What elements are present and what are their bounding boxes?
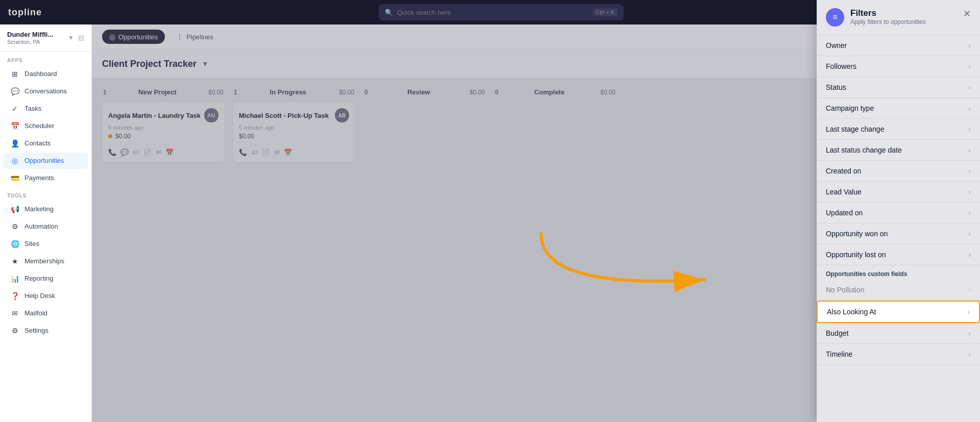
conversations-icon: 💬	[10, 87, 19, 95]
search-icon: 🔍	[385, 9, 393, 16]
filter-item-label-last-stage-change: Last stage change	[826, 125, 884, 133]
sidebar-item-label: Contacts	[24, 139, 51, 147]
filter-item-budget[interactable]: Budget ›	[817, 323, 980, 344]
help-desk-icon: ❓	[10, 292, 19, 300]
filter-item-created-on[interactable]: Created on ›	[817, 161, 980, 182]
sidebar-item-label: Reporting	[24, 275, 53, 282]
workspace-selector[interactable]: Dunder Miffli... Scranton, PA ▼ ⊟	[0, 24, 91, 52]
filter-item-also-looking-at[interactable]: Also Looking At ›	[817, 301, 980, 323]
marketing-icon: 📢	[10, 205, 19, 213]
automation-icon: ⚙	[10, 222, 19, 231]
chevron-down-icon: ▼	[68, 34, 74, 41]
sidebar-item-label: Scheduler	[24, 122, 55, 130]
sidebar-item-reporting[interactable]: 📊 Reporting	[3, 270, 88, 287]
filter-panel-title: Filters	[850, 8, 925, 18]
filter-icon: ≡	[832, 13, 837, 22]
chevron-right-icon-status: ›	[968, 83, 971, 91]
sidebar-item-settings[interactable]: ⚙ Settings	[3, 322, 88, 339]
contacts-icon: 👤	[10, 139, 19, 147]
custom-fields-section-label: Opportunities custom fields	[817, 265, 980, 280]
filter-item-last-status-change-date[interactable]: Last status change date ›	[817, 140, 980, 161]
filter-item-label-status: Status	[826, 83, 846, 91]
chevron-right-icon-last-status-change-date: ›	[968, 146, 971, 154]
opportunities-icon: ◎	[10, 157, 19, 165]
sidebar-item-dashboard[interactable]: ⊞ Dashboard	[3, 66, 88, 82]
filter-item-updated-on[interactable]: Updated on ›	[817, 203, 980, 224]
filter-item-label-updated-on: Updated on	[826, 209, 863, 217]
sidebar-item-scheduler[interactable]: 📅 Scheduler	[3, 118, 88, 134]
chevron-right-icon-lead-value: ›	[968, 188, 971, 196]
filter-item-label-owner: Owner	[826, 41, 847, 49]
tasks-icon: ✓	[10, 105, 19, 113]
settings-icon: ⚙	[10, 327, 19, 335]
sidebar-item-label: Mailfold	[24, 309, 47, 317]
filter-icon-circle: ≡	[826, 8, 844, 27]
workspace-location: Scranton, PA	[7, 39, 64, 45]
search-shortcut: Ctrl + K	[593, 8, 618, 16]
sidebar-item-tasks[interactable]: ✓ Tasks	[3, 101, 88, 117]
filter-item-timeline[interactable]: Timeline ›	[817, 344, 980, 365]
search-input[interactable]	[397, 9, 589, 16]
filter-item-label-opportunity-lost-on: Opportunity lost on	[826, 251, 886, 259]
dashboard-icon: ⊞	[10, 70, 19, 78]
sidebar-item-contacts[interactable]: 👤 Contacts	[3, 135, 88, 152]
layout-icon[interactable]: ⊟	[78, 34, 84, 42]
filter-item-owner[interactable]: Owner ›	[817, 35, 980, 56]
chevron-right-icon-created-on: ›	[968, 167, 971, 175]
sidebar-item-label: Conversations	[24, 87, 67, 95]
sidebar-item-label: Marketing	[24, 205, 54, 213]
filter-item-opportunity-won-on[interactable]: Opportunity won on ›	[817, 224, 980, 244]
filter-panel-header: ≡ Filters Apply filters to opportunities…	[817, 0, 980, 35]
sidebar-item-conversations[interactable]: 💬 Conversations	[3, 83, 88, 100]
filter-item-label-last-status-change-date: Last status change date	[826, 146, 902, 154]
sidebar-item-opportunities[interactable]: ◎ Opportunities	[3, 153, 88, 169]
sites-icon: 🌐	[10, 240, 19, 248]
app-logo: topline	[8, 7, 42, 18]
filter-item-label-also-looking-at: Also Looking At	[827, 308, 876, 316]
reporting-icon: 📊	[10, 275, 19, 283]
payments-icon: 💳	[10, 174, 19, 182]
filter-item-label-timeline: Timeline	[826, 350, 852, 358]
sidebar-item-payments[interactable]: 💳 Payments	[3, 170, 88, 186]
sidebar-item-help-desk[interactable]: ❓ Help Desk	[3, 288, 88, 304]
filter-item-last-stage-change[interactable]: Last stage change ›	[817, 119, 980, 140]
tools-section-label: Tools	[0, 187, 91, 201]
apps-section-label: Apps	[0, 52, 91, 65]
memberships-icon: ★	[10, 257, 19, 265]
chevron-right-icon-followers: ›	[968, 62, 971, 70]
sidebar-item-automation[interactable]: ⚙ Automation	[3, 218, 88, 235]
filter-item-followers[interactable]: Followers ›	[817, 56, 980, 77]
filter-item-campaign-type[interactable]: Campaign type ›	[817, 98, 980, 119]
filter-item-label-lead-value: Lead Value	[826, 188, 862, 196]
filter-panel: ≡ Filters Apply filters to opportunities…	[817, 0, 980, 422]
filter-item-status[interactable]: Status ›	[817, 77, 980, 98]
filter-close-button[interactable]: ✕	[963, 8, 971, 19]
scheduler-icon: 📅	[10, 122, 19, 130]
sidebar-item-marketing[interactable]: 📢 Marketing	[3, 201, 88, 217]
sidebar-item-sites[interactable]: 🌐 Sites	[3, 236, 88, 252]
filter-item-label-created-on: Created on	[826, 167, 861, 175]
global-search-bar[interactable]: 🔍 Ctrl + K	[379, 4, 624, 20]
filter-item-opportunity-lost-on[interactable]: Opportunity lost on ›	[817, 244, 980, 265]
chevron-right-icon-opportunity-lost-on: ›	[968, 251, 971, 259]
mailfold-icon: ✉	[10, 309, 19, 317]
filter-item-no-pollution[interactable]: No Pollution ›	[817, 280, 980, 301]
sidebar-item-label: Memberships	[24, 257, 64, 265]
filter-panel-subtitle: Apply filters to opportunities	[850, 18, 925, 26]
chevron-right-icon-opportunity-won-on: ›	[968, 230, 971, 238]
filter-item-lead-value[interactable]: Lead Value ›	[817, 182, 980, 203]
filter-item-label-budget: Budget	[826, 329, 848, 337]
chevron-right-icon-campaign-type: ›	[968, 104, 971, 112]
sidebar-item-label: Settings	[24, 327, 48, 334]
sidebar-item-memberships[interactable]: ★ Memberships	[3, 253, 88, 269]
sidebar-item-mailfold[interactable]: ✉ Mailfold	[3, 305, 88, 321]
sidebar-item-label: Payments	[24, 174, 54, 182]
chevron-right-icon-owner: ›	[968, 41, 971, 49]
filter-item-label-followers: Followers	[826, 62, 856, 70]
sidebar-item-label: Sites	[24, 240, 39, 247]
chevron-right-icon-updated-on: ›	[968, 209, 971, 217]
filter-list: Owner › Followers › Status › Campaign ty…	[817, 35, 980, 422]
chevron-right-icon-timeline: ›	[968, 350, 971, 358]
sidebar-item-label: Dashboard	[24, 70, 57, 78]
chevron-right-icon-also-looking-at: ›	[967, 308, 970, 316]
